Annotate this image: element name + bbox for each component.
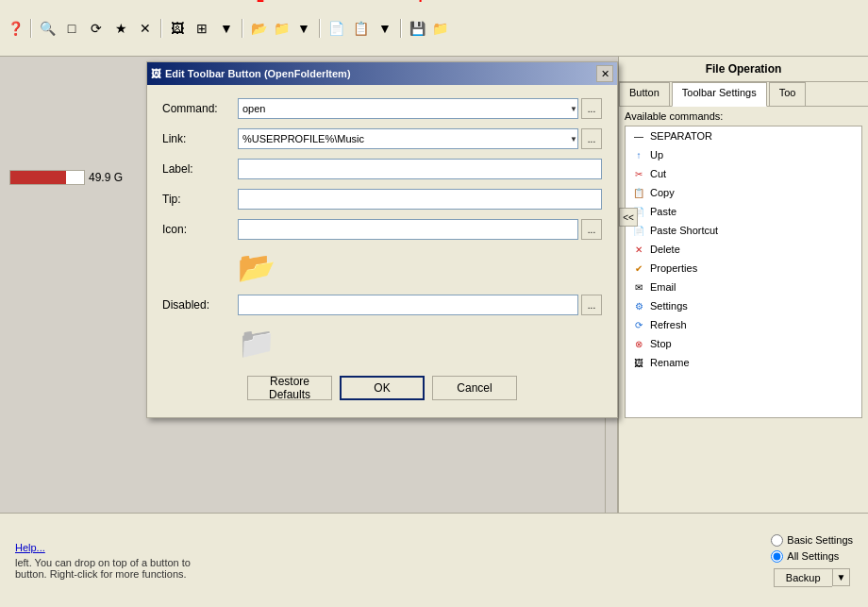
restore-defaults-button[interactable]: Restore Defaults bbox=[247, 376, 332, 400]
cancel-button[interactable]: Cancel bbox=[432, 376, 517, 400]
icon-browse-button[interactable]: ... bbox=[581, 219, 602, 240]
icon-input[interactable] bbox=[238, 219, 578, 240]
command-row: Command: open ▼ ... bbox=[162, 98, 602, 119]
icon-preview-image: 📂 bbox=[238, 250, 275, 284]
command-browse-button[interactable]: ... bbox=[581, 98, 602, 119]
edit-toolbar-button-dialog: 🖼 Edit Toolbar Button (OpenFolderItem) ✕… bbox=[146, 61, 618, 418]
disabled-row: Disabled: ... bbox=[162, 295, 602, 315]
dialog-title-icon: 🖼 bbox=[151, 68, 161, 79]
command-select[interactable]: open bbox=[238, 98, 578, 119]
link-select[interactable]: %USERPROFILE%\Music bbox=[238, 128, 578, 149]
link-label: Link: bbox=[162, 132, 238, 145]
link-select-wrap: %USERPROFILE%\Music ▼ ... bbox=[238, 128, 602, 149]
disabled-icon-preview-image: 📁 bbox=[238, 326, 275, 360]
icon-field-label: Icon: bbox=[162, 223, 238, 236]
command-label: Command: bbox=[162, 102, 238, 115]
dialog-titlebar: 🖼 Edit Toolbar Button (OpenFolderItem) ✕ bbox=[147, 62, 617, 85]
dialog-buttons: Restore Defaults OK Cancel bbox=[162, 376, 602, 404]
disabled-input-wrap: ... bbox=[238, 295, 602, 315]
disabled-icon-preview-area: 📁 bbox=[238, 325, 602, 361]
label-input-wrap bbox=[238, 159, 602, 179]
dialog-close-button[interactable]: ✕ bbox=[596, 65, 613, 82]
label-input[interactable] bbox=[238, 159, 602, 179]
icon-preview-area: 📂 bbox=[238, 249, 602, 285]
tip-label: Tip: bbox=[162, 193, 238, 206]
tip-input-wrap bbox=[238, 189, 602, 210]
icon-row: Icon: ... bbox=[162, 219, 602, 240]
command-select-wrap: open ▼ ... bbox=[238, 98, 602, 119]
disabled-input[interactable] bbox=[238, 295, 578, 315]
dialog-title: 🖼 Edit Toolbar Button (OpenFolderItem) bbox=[151, 68, 351, 79]
disabled-browse-button[interactable]: ... bbox=[581, 295, 602, 315]
dialog-title-text: Edit Toolbar Button (OpenFolderItem) bbox=[165, 68, 351, 79]
link-row: Link: %USERPROFILE%\Music ▼ ... bbox=[162, 128, 602, 149]
label-row: Label: bbox=[162, 159, 602, 179]
dialog-overlay: 🖼 Edit Toolbar Button (OpenFolderItem) ✕… bbox=[0, 0, 868, 607]
tip-input[interactable] bbox=[238, 189, 602, 210]
dialog-body: Command: open ▼ ... Link: %USERPROFILE%\… bbox=[147, 85, 617, 417]
link-browse-button[interactable]: ... bbox=[581, 128, 602, 149]
tip-row: Tip: bbox=[162, 189, 602, 210]
ok-button[interactable]: OK bbox=[340, 376, 425, 400]
label-field-label: Label: bbox=[162, 162, 238, 176]
icon-input-wrap: ... bbox=[238, 219, 602, 240]
disabled-label: Disabled: bbox=[162, 298, 238, 312]
